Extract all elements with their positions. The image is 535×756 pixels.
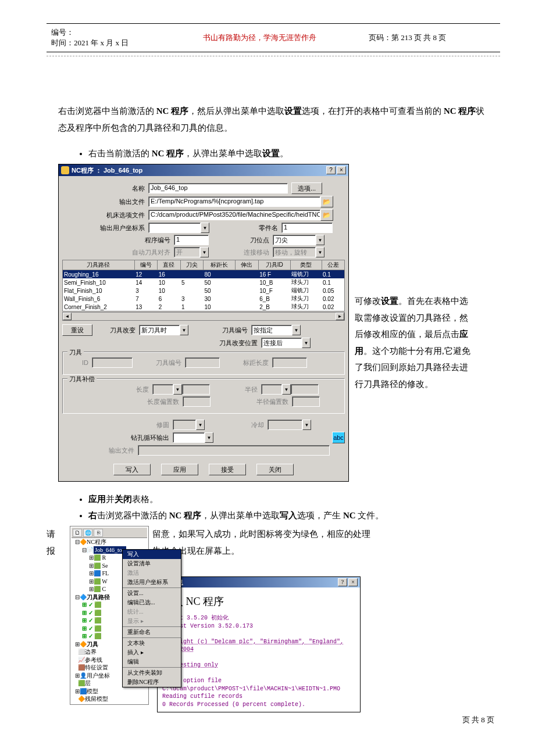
- browse-output-icon[interactable]: 📂: [320, 196, 333, 207]
- grid-header[interactable]: 直径: [158, 260, 180, 270]
- close-button[interactable]: ×: [337, 166, 346, 174]
- grid-cell[interactable]: 12: [134, 270, 157, 279]
- close-button[interactable]: ×: [348, 578, 358, 586]
- grid-cell[interactable]: [236, 270, 258, 279]
- menu-item[interactable]: 设置...: [123, 589, 181, 598]
- grid-header[interactable]: 标距长: [204, 260, 236, 270]
- input-ucs[interactable]: [148, 223, 201, 233]
- grid-cell[interactable]: 0.05: [322, 286, 344, 295]
- input-outputfile[interactable]: E:/Temp/NcPrograms/%[ncprogram].tap: [148, 196, 320, 207]
- table-row[interactable]: Wall_Finish_6763306_B球头刀0.02: [63, 295, 345, 303]
- input-name[interactable]: Job_646_top: [148, 183, 288, 194]
- table-row[interactable]: Flat_Finish_103105010_F端铣刀0.05: [63, 286, 345, 295]
- grid-cell[interactable]: 80: [204, 270, 236, 279]
- grid-cell[interactable]: 6: [158, 295, 180, 303]
- menu-item[interactable]: 激活用户坐标系: [123, 578, 181, 587]
- grid-cell[interactable]: 0.1: [322, 278, 344, 286]
- menu-item[interactable]: 删除NC程序: [123, 678, 181, 687]
- grid-cell[interactable]: 0.1: [322, 270, 344, 279]
- grid-cell[interactable]: 10_F: [258, 286, 290, 295]
- abc-icon[interactable]: abc: [332, 432, 345, 443]
- menu-item[interactable]: 设置清单: [123, 559, 181, 568]
- grid-cell[interactable]: 2: [158, 303, 180, 311]
- reset-button[interactable]: 重设: [62, 324, 92, 336]
- table-row[interactable]: Semi_Finish_10141055010_B球头刀0.1: [63, 278, 345, 286]
- grid-cell[interactable]: 50: [204, 278, 236, 286]
- grid-cell[interactable]: Flat_Finish_10: [63, 286, 135, 295]
- grid-cell[interactable]: 30: [204, 295, 236, 303]
- dropdown-icon[interactable]: ▼: [292, 325, 301, 335]
- grid-cell[interactable]: 2_B: [258, 303, 290, 311]
- grid-cell[interactable]: [236, 295, 258, 303]
- accept-button[interactable]: 接受: [209, 464, 246, 475]
- grid-header[interactable]: 公差: [322, 260, 344, 270]
- help-button[interactable]: ?: [326, 166, 336, 174]
- grid-cell[interactable]: 50: [204, 286, 236, 295]
- grid-cell[interactable]: 14: [134, 278, 157, 286]
- grid-cell[interactable]: 0.02: [322, 303, 344, 311]
- tb-icon[interactable]: 🌐: [83, 529, 92, 537]
- grid-cell[interactable]: 6_B: [258, 295, 290, 303]
- toolpath-grid[interactable]: 刀具路径编号直径刀尖标距长伸出刀具ID类型公差 Roughing_1612168…: [62, 260, 345, 311]
- menu-item[interactable]: 编辑: [123, 657, 181, 667]
- tree-group[interactable]: ⊞🟦模型: [72, 687, 147, 696]
- tb-icon[interactable]: 🗋: [73, 529, 82, 537]
- input-toolpoint[interactable]: 刀尖: [273, 235, 316, 245]
- dropdown-icon[interactable]: ▼: [302, 338, 311, 348]
- grid-cell[interactable]: Semi_Finish_10: [63, 278, 135, 286]
- scroll-right-icon[interactable]: ►: [336, 313, 344, 320]
- tb-icon[interactable]: ⎘: [94, 529, 103, 537]
- grid-header[interactable]: 刀具路径: [63, 260, 135, 270]
- grid-cell[interactable]: [236, 278, 258, 286]
- grid-cell[interactable]: 10: [158, 286, 180, 295]
- dropdown-icon[interactable]: ▼: [201, 223, 209, 233]
- scroll-left-icon[interactable]: ◄: [63, 313, 72, 320]
- grid-header[interactable]: 编号: [134, 260, 157, 270]
- grid-cell[interactable]: 球头刀: [290, 295, 322, 303]
- menu-item[interactable]: 激活: [123, 568, 181, 578]
- options-button[interactable]: 选项...: [291, 182, 322, 194]
- apply-button[interactable]: 应用: [161, 464, 198, 475]
- menu-item[interactable]: 重新命名: [123, 628, 181, 637]
- grid-cell[interactable]: Corner_Finish_2: [63, 303, 135, 311]
- grid-cell[interactable]: 10: [158, 278, 180, 286]
- grid-cell[interactable]: Roughing_16: [63, 270, 135, 279]
- grid-cell[interactable]: 16 F: [258, 270, 290, 279]
- grid-header[interactable]: 刀尖: [180, 260, 203, 270]
- grid-cell[interactable]: [180, 270, 203, 279]
- grid-cell[interactable]: 球头刀: [290, 278, 322, 286]
- menu-item[interactable]: 文本块: [123, 639, 181, 648]
- menu-item[interactable]: 编辑已选...: [123, 598, 181, 607]
- menu-item[interactable]: 统计...: [123, 607, 181, 617]
- dropdown-icon[interactable]: ▼: [180, 325, 188, 335]
- grid-cell[interactable]: 10: [204, 303, 236, 311]
- grid-cell[interactable]: 3: [180, 295, 203, 303]
- write-button[interactable]: 写入: [113, 464, 151, 475]
- grid-cell[interactable]: 13: [134, 303, 157, 311]
- context-menu[interactable]: 写入设置清单激活激活用户坐标系设置...编辑已选...统计...显示 ▸重新命名…: [122, 549, 181, 687]
- menu-item[interactable]: 显示 ▸: [123, 617, 181, 626]
- tree-toolbar[interactable]: 🗋🌐⎘: [72, 528, 147, 538]
- grid-cell[interactable]: 1: [180, 303, 203, 311]
- info-titlebar[interactable]: 信息 ? ×: [158, 577, 360, 587]
- grid-cell[interactable]: 16: [158, 270, 180, 279]
- grid-cell[interactable]: 5: [180, 278, 203, 286]
- tree-root[interactable]: ⊟🔶NC程序: [72, 538, 147, 546]
- grid-header[interactable]: 伸出: [236, 260, 258, 270]
- browse-machine-icon[interactable]: 📂: [320, 209, 333, 221]
- input-prognum[interactable]: 1: [174, 235, 209, 245]
- input-toolchange[interactable]: 新刀具时: [139, 325, 180, 335]
- input-toolnum[interactable]: 按指定: [251, 325, 292, 335]
- grid-scrollbar[interactable]: ◄►: [62, 312, 345, 321]
- input-partname[interactable]: 1: [281, 223, 333, 233]
- input-toolchangepos[interactable]: 连接后: [261, 338, 302, 348]
- input-machinefile[interactable]: C:/dcam/product/PMPost3520/file/MachineS…: [148, 210, 320, 220]
- grid-cell[interactable]: [236, 303, 258, 311]
- menu-item[interactable]: 写入: [123, 550, 181, 559]
- grid-header[interactable]: 类型: [290, 260, 322, 270]
- dialog-titlebar[interactable]: NC程序 ： Job_646_top ? ×: [59, 164, 348, 176]
- grid-cell[interactable]: 端铣刀: [290, 286, 322, 295]
- grid-cell[interactable]: 10_B: [258, 278, 290, 286]
- dropdown-icon[interactable]: ▼: [316, 235, 324, 245]
- grid-cell[interactable]: Wall_Finish_6: [63, 295, 135, 303]
